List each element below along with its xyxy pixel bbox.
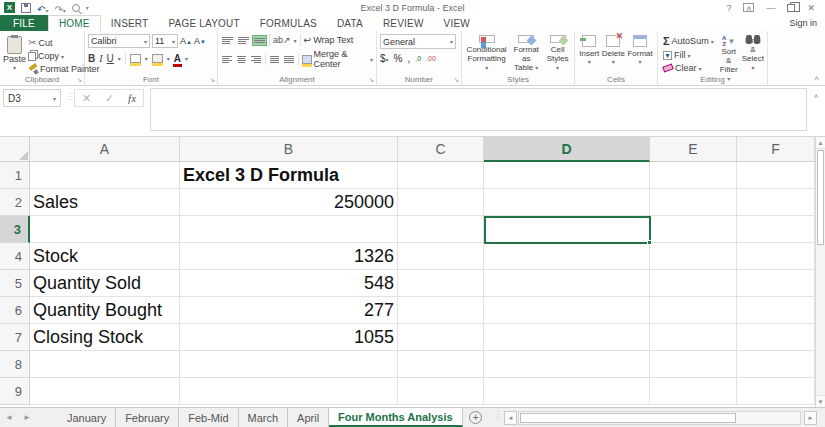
format-as-table-button[interactable]: Format as Table ▾ <box>508 34 544 73</box>
top-align-button[interactable] <box>221 35 234 46</box>
column-header-a[interactable]: A <box>30 137 180 162</box>
align-center-button[interactable] <box>236 54 248 65</box>
sheet-tab-march[interactable]: March <box>239 408 289 427</box>
cell-a6[interactable]: Quantity Bought <box>30 297 180 324</box>
redo-dropdown-icon[interactable]: ▾ <box>63 8 66 14</box>
cell-f9[interactable] <box>737 378 815 405</box>
sheet-tab-january[interactable]: January <box>58 408 116 427</box>
cell-b3[interactable] <box>180 216 398 243</box>
formula-input[interactable] <box>150 88 807 131</box>
insert-cells-button[interactable]: Insert ▾ <box>579 34 599 73</box>
cell-e2[interactable] <box>650 189 737 216</box>
scroll-down-icon[interactable]: ▼ <box>816 395 825 407</box>
minimize-button[interactable]: — <box>766 3 775 13</box>
font-dialog-launcher-icon[interactable]: ↘ <box>209 76 215 84</box>
paste-button[interactable]: Paste ▾ <box>3 34 26 73</box>
cell-a5[interactable]: Quantity Sold <box>30 270 180 297</box>
cell-f7[interactable] <box>737 324 815 351</box>
underline-button[interactable]: U <box>107 53 114 64</box>
underline-dropdown-icon[interactable]: ▾ <box>118 55 121 62</box>
cell-c1[interactable] <box>398 162 484 189</box>
cell-f2[interactable] <box>737 189 815 216</box>
column-header-d[interactable]: D <box>484 137 650 162</box>
vertical-scroll-thumb[interactable] <box>817 150 824 245</box>
insert-function-icon[interactable]: fx <box>128 92 136 104</box>
cell-c7[interactable] <box>398 324 484 351</box>
clear-button[interactable]: Clear▾ <box>661 62 716 74</box>
tab-file[interactable]: FILE <box>0 15 48 31</box>
undo-button[interactable]: ↶▾ <box>37 0 48 17</box>
selected-cell-d3[interactable] <box>484 216 651 244</box>
sheet-tab-feb-mid[interactable]: Feb-Mid <box>179 408 238 427</box>
cell-f6[interactable] <box>737 297 815 324</box>
cell-b6[interactable]: 277 <box>180 297 398 324</box>
cell-c8[interactable] <box>398 351 484 378</box>
sheet-tab-april[interactable]: April <box>288 408 329 427</box>
cell-d8[interactable] <box>484 351 650 378</box>
ribbon-display-options-icon[interactable]: ˄ <box>743 3 754 12</box>
tab-scrollbar-splitter[interactable]: ⋮ <box>494 411 502 418</box>
cell-e8[interactable] <box>650 351 737 378</box>
cell-d7[interactable] <box>484 324 650 351</box>
sheet-nav-right-icon[interactable]: ► <box>18 408 36 427</box>
cell-c9[interactable] <box>398 378 484 405</box>
tab-formulas[interactable]: FORMULAS <box>250 15 327 31</box>
cell-e3[interactable] <box>650 216 737 243</box>
cell-a8[interactable] <box>30 351 180 378</box>
sign-in-link[interactable]: Sign in <box>789 15 825 31</box>
fill-button[interactable]: ▼Fill▾ <box>661 49 716 61</box>
column-header-c[interactable]: C <box>398 137 484 162</box>
print-preview-icon[interactable] <box>72 4 80 12</box>
italic-button[interactable]: I <box>99 53 102 64</box>
cell-e1[interactable] <box>650 162 737 189</box>
cell-e5[interactable] <box>650 270 737 297</box>
font-color-dropdown-icon[interactable]: ▾ <box>185 55 188 62</box>
row-header-3[interactable]: 3 <box>0 216 30 243</box>
collapse-ribbon-icon[interactable]: ˄ <box>814 74 819 83</box>
column-header-e[interactable]: E <box>650 137 737 162</box>
decrease-decimal-icon[interactable]: .00 <box>426 55 436 62</box>
cell-b4[interactable]: 1326 <box>180 243 398 270</box>
name-box-dropdown-icon[interactable]: ▾ <box>53 95 56 102</box>
column-header-f[interactable]: F <box>737 137 815 162</box>
cell-e7[interactable] <box>650 324 737 351</box>
horizontal-scrollbar[interactable] <box>518 411 801 425</box>
increase-font-button[interactable]: A▲ <box>180 36 192 46</box>
font-size-dropdown-icon[interactable]: ▾ <box>172 38 175 45</box>
cell-f1[interactable] <box>737 162 815 189</box>
conditional-formatting-button[interactable]: Conditional Formatting ▾ <box>465 34 508 73</box>
font-name-dropdown-icon[interactable]: ▾ <box>144 38 147 45</box>
bottom-align-button[interactable] <box>253 36 266 45</box>
row-header-1[interactable]: 1 <box>0 162 30 189</box>
tab-review[interactable]: REVIEW <box>373 15 434 31</box>
cell-c2[interactable] <box>398 189 484 216</box>
cell-d5[interactable] <box>484 270 650 297</box>
percent-style-button[interactable]: % <box>394 53 403 64</box>
tab-insert[interactable]: INSERT <box>101 15 159 31</box>
comma-style-button[interactable]: , <box>407 53 410 64</box>
cell-styles-button[interactable]: Cell Styles ▾ <box>544 34 571 73</box>
qat-customize-icon[interactable]: ▾ <box>86 4 89 11</box>
decrease-font-button[interactable]: A▼ <box>194 36 206 46</box>
alignment-dialog-launcher-icon[interactable]: ↘ <box>368 76 374 84</box>
wrap-text-button[interactable]: ↩Wrap Text <box>304 35 354 45</box>
tab-data[interactable]: DATA <box>327 15 373 31</box>
cell-d2[interactable] <box>484 189 650 216</box>
restore-button[interactable] <box>787 4 795 12</box>
row-header-2[interactable]: 2 <box>0 189 30 216</box>
vertical-scrollbar[interactable]: ▲ ▼ <box>815 137 825 407</box>
cell-c6[interactable] <box>398 297 484 324</box>
row-header-8[interactable]: 8 <box>0 351 30 378</box>
number-dialog-launcher-icon[interactable]: ↘ <box>453 76 459 84</box>
row-header-4[interactable]: 4 <box>0 243 30 270</box>
row-header-7[interactable]: 7 <box>0 324 30 351</box>
name-box-splitter[interactable]: ⋮ <box>66 92 74 101</box>
cell-c4[interactable] <box>398 243 484 270</box>
cell-e6[interactable] <box>650 297 737 324</box>
cell-d1[interactable] <box>484 162 650 189</box>
tab-home[interactable]: HOME <box>48 15 101 31</box>
decrease-indent-button[interactable] <box>269 54 281 65</box>
paste-dropdown-icon[interactable]: ▾ <box>13 64 16 71</box>
sheet-nav-left-icon[interactable]: ◄ <box>0 408 18 427</box>
tab-view[interactable]: VIEW <box>434 15 480 31</box>
